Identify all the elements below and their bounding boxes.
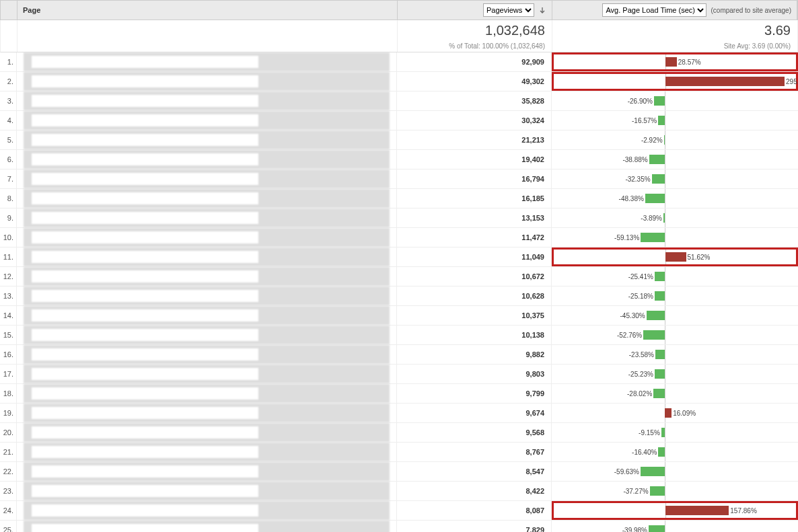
pageviews-cell: 8,767	[397, 443, 552, 461]
center-axis	[665, 521, 665, 532]
pageviews-dropdown[interactable]: Pageviews	[483, 3, 534, 17]
redacted-overlay	[24, 91, 390, 110]
table-row: 13.10,628-25.18%	[0, 287, 798, 306]
sort-down-icon[interactable]	[538, 6, 546, 14]
page-cell[interactable]	[17, 267, 397, 286]
load-time-dropdown[interactable]: Avg. Page Load Time (sec)	[602, 3, 706, 17]
table-row: 9.13,153-3.89%	[0, 208, 798, 228]
highlight-box: 28.57%	[552, 52, 798, 71]
pct-label: -39.98%	[622, 527, 647, 533]
page-cell[interactable]	[17, 384, 397, 403]
table-row: 15.10,138-52.76%	[0, 326, 798, 345]
page-cell[interactable]	[17, 169, 397, 188]
pageviews-cell: 92,909	[397, 52, 552, 71]
pct-label: -2.92%	[641, 137, 663, 144]
negative-bar	[653, 389, 665, 398]
pageviews-cell: 9,674	[397, 404, 552, 422]
table-row: 2.49,302295.79%	[0, 72, 798, 91]
table-row: 1.92,90928.57%	[0, 52, 798, 72]
pageviews-cell: 16,185	[397, 189, 552, 208]
pct-label: -9.15%	[639, 429, 660, 436]
center-axis	[665, 384, 665, 403]
page-cell[interactable]	[17, 150, 397, 169]
row-index: 13.	[0, 287, 17, 305]
pageviews-cell: 9,882	[397, 345, 552, 364]
page-cell[interactable]	[17, 52, 397, 71]
page-cell[interactable]	[17, 228, 397, 247]
pageviews-cell: 11,472	[397, 228, 552, 247]
table-row: 5.21,213-2.92%	[0, 130, 798, 150]
negative-bar	[650, 486, 665, 496]
center-axis	[665, 111, 665, 130]
load-time-cell: -59.63%	[552, 462, 798, 481]
page-cell[interactable]	[17, 208, 397, 227]
page-cell[interactable]	[17, 482, 397, 500]
page-cell[interactable]	[17, 189, 397, 208]
load-bar-wrap: -26.90%	[552, 91, 798, 110]
load-time-cell: -37.27%	[552, 482, 798, 500]
page-cell[interactable]	[17, 72, 397, 91]
load-time-cell: -32.35%	[552, 169, 798, 188]
load-time-cell: 51.62%	[552, 248, 798, 266]
page-cell[interactable]	[17, 248, 397, 266]
pct-label: -38.88%	[622, 156, 647, 163]
load-time-cell: -16.57%	[552, 111, 798, 130]
load-time-cell: -59.13%	[552, 228, 798, 247]
table-row: 4.30,324-16.57%	[0, 111, 798, 130]
page-cell[interactable]	[17, 306, 397, 325]
page-cell[interactable]	[17, 462, 397, 481]
page-cell[interactable]	[17, 345, 397, 364]
redacted-overlay	[24, 248, 390, 266]
page-cell[interactable]	[17, 91, 397, 110]
pageviews-cell: 8,087	[397, 501, 552, 520]
load-time-cell: 157.86%	[552, 501, 798, 520]
row-index: 8.	[0, 189, 17, 208]
table-row: 24.8,087157.86%	[0, 501, 798, 521]
load-time-cell: -23.58%	[552, 345, 798, 364]
page-cell[interactable]	[17, 111, 397, 130]
negative-bar	[641, 467, 665, 476]
highlight-box: 51.62%	[552, 248, 798, 266]
center-axis	[665, 189, 665, 208]
redacted-overlay	[24, 326, 390, 344]
pageviews-cell: 10,375	[397, 306, 552, 325]
center-axis	[665, 482, 665, 500]
table-row: 19.9,67416.09%	[0, 404, 798, 423]
page-cell[interactable]	[17, 287, 397, 305]
row-index: 21.	[0, 443, 17, 461]
pct-label: 157.86%	[730, 507, 756, 515]
redacted-overlay	[24, 501, 390, 520]
negative-bar	[645, 194, 665, 203]
load-bar-wrap: -59.13%	[552, 228, 798, 247]
positive-bar	[665, 506, 729, 515]
highlight-box: 295.79%	[552, 72, 798, 91]
negative-bar	[652, 174, 665, 184]
page-cell[interactable]	[17, 443, 397, 461]
table-row: 10.11,472-59.13%	[0, 228, 798, 248]
load-time-cell: -45.30%	[552, 306, 798, 325]
load-time-cell: -48.38%	[552, 189, 798, 208]
page-cell[interactable]	[17, 423, 397, 442]
redacted-overlay	[24, 482, 390, 500]
page-cell[interactable]	[17, 326, 397, 344]
load-time-cell: 16.09%	[552, 404, 798, 422]
pageviews-cell: 8,547	[397, 462, 552, 481]
load-avg: 3.69	[764, 23, 791, 38]
load-bar-wrap: -38.88%	[552, 150, 798, 169]
table-row: 16.9,882-23.58%	[0, 345, 798, 365]
page-cell[interactable]	[17, 130, 397, 149]
negative-bar	[663, 213, 665, 223]
load-time-cell: -2.92%	[552, 130, 798, 149]
pct-label: -59.13%	[614, 234, 639, 241]
header-page-label[interactable]: Page	[17, 1, 398, 20]
redacted-overlay	[24, 423, 390, 442]
page-cell[interactable]	[17, 365, 397, 383]
page-cell[interactable]	[17, 521, 397, 532]
page-cell[interactable]	[17, 501, 397, 520]
pct-label: -23.58%	[629, 351, 654, 358]
table-row: 12.10,672-25.41%	[0, 267, 798, 287]
center-axis	[665, 462, 665, 481]
header-index-col	[1, 1, 17, 20]
page-cell[interactable]	[17, 404, 397, 422]
redacted-overlay	[24, 169, 390, 188]
